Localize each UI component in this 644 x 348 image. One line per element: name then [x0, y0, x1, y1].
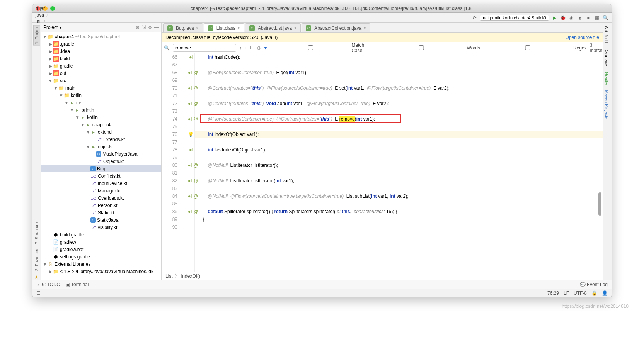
editor-tab[interactable]: CList.class × [204, 23, 244, 32]
code-line[interactable]: int indexOf(Object var1); [195, 131, 603, 138]
code-line[interactable] [195, 154, 603, 161]
breadcrumb-item[interactable]: rt.jar [36, 5, 51, 12]
hector-icon[interactable]: 👤 [602, 290, 608, 296]
tree-item[interactable]: ⎇Static.kt [41, 209, 161, 216]
code-line[interactable]: @Contract(mutates="this") void add(int v… [195, 100, 603, 107]
words-checkbox[interactable]: Words [377, 45, 480, 51]
code-line[interactable]: int hashCode(); [195, 53, 603, 61]
collapse-icon[interactable]: ⇲ [142, 25, 146, 30]
tree-item[interactable]: ▼▸objects [41, 143, 161, 150]
line-separator[interactable]: LF [564, 290, 569, 296]
tree-item[interactable]: ▼📁src [41, 77, 161, 84]
profile-button[interactable]: ⧗ [577, 15, 583, 21]
match-case-checkbox[interactable]: Match Case [271, 42, 374, 53]
stop-button[interactable]: ■ [585, 15, 591, 21]
debug-button[interactable]: 🐞 [560, 15, 566, 21]
code-line[interactable] [195, 185, 603, 192]
tool-favorites[interactable]: 2: Favorites [34, 248, 40, 272]
external-libraries[interactable]: ▼⎘External Libraries [41, 260, 161, 268]
tool-maven[interactable]: Maven Projects [603, 89, 610, 120]
tree-item[interactable]: ▼▸println [41, 106, 161, 114]
tree-item[interactable]: 📄gradlew.bat [41, 246, 161, 253]
code-line[interactable] [195, 76, 603, 84]
tree-item[interactable]: ▶📁out [41, 70, 161, 77]
tree-item[interactable]: ▶📁.idea [41, 48, 161, 55]
filter-icon[interactable]: ▼ [263, 45, 268, 51]
code-line[interactable] [195, 123, 603, 131]
tree-item[interactable]: ⬢build.gradle [41, 231, 161, 238]
code-line[interactable] [195, 61, 603, 69]
hide-icon[interactable]: — [154, 25, 159, 30]
tree-item[interactable]: CBug [41, 165, 161, 172]
close-tab-icon[interactable]: × [294, 25, 296, 31]
run-button[interactable]: ▶ [551, 15, 557, 21]
tree-item[interactable]: ⎇Overloads.kt [41, 194, 161, 202]
code-line[interactable]: @Flow(sourceIsContainer=true) E get(int … [195, 69, 603, 76]
close-tab-icon[interactable]: × [196, 25, 199, 31]
code-line[interactable] [195, 138, 603, 146]
code-editor[interactable]: 6667686970717273747576777879808182838485… [162, 53, 603, 272]
close-tab-icon[interactable]: × [237, 25, 240, 31]
tree-item[interactable]: 📄gradlew [41, 238, 161, 246]
find-input[interactable] [173, 44, 236, 52]
tree-item[interactable]: ⎇visiblity.kt [41, 224, 161, 231]
tree-item[interactable]: ▼▸kotlin [41, 114, 161, 121]
run-config-selector[interactable]: net.println.kotlin.chapter4.StaticKt [480, 15, 549, 21]
select-all-icon[interactable]: ☐ [250, 45, 254, 51]
tree-item[interactable]: ▼▸extend [41, 128, 161, 136]
open-source-link[interactable]: Open source file [566, 35, 599, 40]
tree-item[interactable]: ⎇Extends.kt [41, 136, 161, 143]
editor-tab[interactable]: CBug.java × [163, 23, 203, 32]
tree-item[interactable]: CStaticJava [41, 216, 161, 224]
tree-item[interactable]: ⎇Conflicts.kt [41, 172, 161, 180]
caret-position[interactable]: 76:29 [547, 290, 559, 296]
project-tree[interactable]: ▼📁chapter4 ~/TestSpace/chapter4▶📁.gradle… [41, 32, 161, 280]
tool-project[interactable]: 1: Project [33, 25, 40, 45]
code-line[interactable]: @Contract(mutates="this") @Flow(sourceIs… [195, 84, 603, 92]
code-line[interactable] [195, 223, 603, 231]
file-encoding[interactable]: UTF-8 [574, 290, 587, 296]
code-line[interactable] [195, 92, 603, 100]
next-occurrence-icon[interactable]: ↓ [245, 45, 247, 51]
prev-occurrence-icon[interactable]: ↑ [239, 45, 242, 51]
sync-icon[interactable]: ⟳ [472, 15, 478, 21]
tree-item[interactable]: ⎇Manager.kt [41, 187, 161, 194]
tree-item[interactable]: ▼▸net [41, 99, 161, 106]
tool-todo[interactable]: 6: TODO [42, 282, 60, 287]
regex-checkbox[interactable]: Regex [483, 45, 587, 51]
tool-terminal[interactable]: Terminal [71, 282, 89, 287]
coverage-button[interactable]: ◉ [568, 15, 574, 21]
tool-gradle[interactable]: Gradle [603, 71, 610, 85]
tool-antbuild[interactable]: Ant Build [603, 25, 610, 44]
code-line[interactable]: int lastIndexOf(Object var1); [195, 146, 603, 154]
layout-icon[interactable]: ▦ [594, 15, 600, 21]
code-line[interactable] [195, 200, 603, 208]
tool-database[interactable]: Database [603, 48, 610, 67]
editor-tab[interactable]: CAbstractCollection.java × [302, 23, 370, 32]
scrollbar-thumb[interactable] [598, 192, 601, 216]
editor-tab[interactable]: CAbstractList.java × [245, 23, 301, 32]
tool-structure[interactable]: 7: Structure [34, 221, 40, 245]
add-selection-icon[interactable]: ⎙ [257, 45, 260, 51]
settings-icon[interactable]: ✥ [148, 25, 152, 30]
code-line[interactable]: @NotNull ListIterator listIterator(int v… [195, 177, 603, 185]
tree-item[interactable]: CMusicPlayerJava [41, 150, 161, 158]
breadcrumb-item[interactable]: java [36, 12, 51, 18]
tree-item[interactable]: ▼📁main [41, 84, 161, 92]
code-line[interactable]: @NotNull ListIterator listIterator(); [195, 161, 603, 169]
tree-item[interactable]: ⎇InputDevice.kt [41, 180, 161, 187]
code-line[interactable] [195, 169, 603, 177]
code-line[interactable]: default Spliterator spliterator() { retu… [195, 208, 603, 216]
target-icon[interactable]: ⊕ [136, 25, 140, 30]
tree-item[interactable]: ▼▸chapter4 [41, 121, 161, 128]
code-line[interactable]: @NotNull @Flow(sourceIsContainer=true,ta… [195, 192, 603, 200]
tool-eventlog[interactable]: Event Log [587, 282, 608, 287]
code-line[interactable]: } [195, 216, 603, 223]
search-everywhere-icon[interactable]: 🔍 [602, 15, 608, 21]
tree-item[interactable]: ▶📁.gradle [41, 40, 161, 48]
readonly-lock-icon[interactable]: 🔒 [591, 290, 597, 296]
tree-item[interactable]: ⎇Objects.kt [41, 158, 161, 165]
tree-item[interactable]: ▶📁build [41, 55, 161, 62]
tree-item[interactable]: ⬢settings.gradle [41, 253, 161, 260]
tree-root[interactable]: ▼📁chapter4 ~/TestSpace/chapter4 [41, 33, 161, 40]
